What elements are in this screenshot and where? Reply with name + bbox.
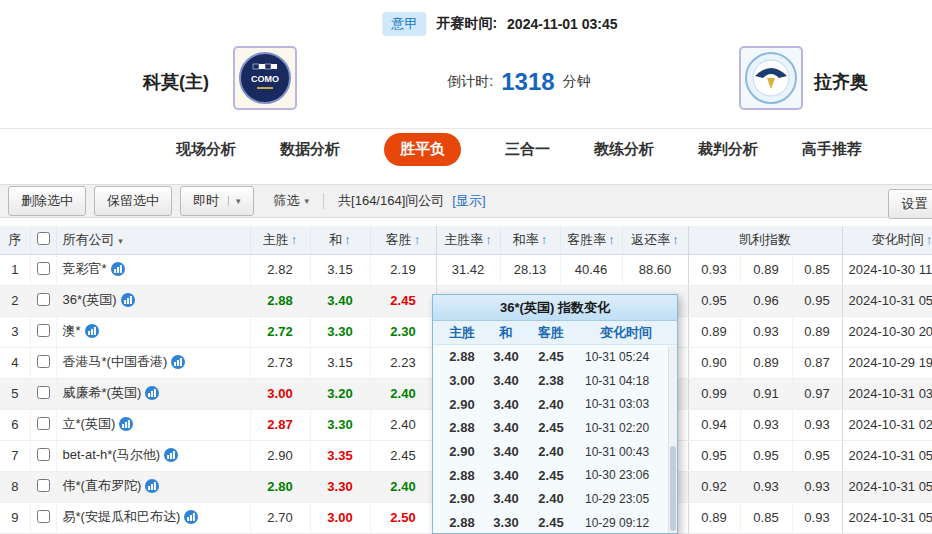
keep-selected-button[interactable]: 保留选中 bbox=[94, 186, 172, 216]
trend-chart-icon[interactable] bbox=[145, 479, 159, 496]
odds-home[interactable]: 2.70 bbox=[250, 502, 310, 533]
row-checkbox[interactable] bbox=[37, 479, 50, 492]
row-checkbox[interactable] bbox=[37, 386, 50, 399]
odds-draw[interactable]: 3.20 bbox=[310, 378, 370, 409]
trend-chart-icon[interactable] bbox=[119, 417, 133, 434]
odds-draw[interactable]: 3.15 bbox=[310, 254, 370, 285]
filter-dropdown[interactable]: 筛选 ▾ bbox=[274, 192, 310, 210]
company-name[interactable]: 威廉希*(英国) bbox=[63, 385, 142, 400]
odds-away[interactable]: 2.40 bbox=[370, 409, 436, 440]
change-time: 2024-10-29 19:32 bbox=[842, 347, 932, 378]
row-select-cell bbox=[30, 409, 56, 440]
popup-draw-odds: 3.40 bbox=[485, 468, 527, 483]
odds-draw[interactable]: 3.35 bbox=[310, 440, 370, 471]
popup-change-time: 10-29 09:12 bbox=[575, 516, 677, 530]
trend-chart-icon[interactable] bbox=[184, 510, 198, 527]
company-name[interactable]: 易*(安提瓜和巴布达) bbox=[63, 509, 181, 524]
kelly-draw: 0.93 bbox=[740, 471, 792, 502]
col-home-rate[interactable]: 主胜率↑ bbox=[436, 226, 500, 254]
odds-away[interactable]: 2.30 bbox=[370, 316, 436, 347]
odds-home[interactable]: 3.00 bbox=[250, 378, 310, 409]
row-checkbox[interactable] bbox=[37, 324, 50, 337]
col-away-rate[interactable]: 客胜率↑ bbox=[560, 226, 622, 254]
league-badge[interactable]: 意甲 bbox=[382, 12, 426, 36]
trend-chart-icon[interactable] bbox=[121, 293, 135, 310]
odds-home[interactable]: 2.82 bbox=[250, 254, 310, 285]
sort-asc-icon: ↑ bbox=[291, 232, 298, 247]
odds-home[interactable]: 2.72 bbox=[250, 316, 310, 347]
odds-draw[interactable]: 3.30 bbox=[310, 409, 370, 440]
odds-home[interactable]: 2.80 bbox=[250, 471, 310, 502]
kickoff-time: 2024-11-01 03:45 bbox=[507, 16, 618, 32]
col-return-rate[interactable]: 返还率↑ bbox=[622, 226, 688, 254]
odds-away[interactable]: 2.23 bbox=[370, 347, 436, 378]
company-name[interactable]: 伟*(直布罗陀) bbox=[63, 478, 142, 493]
tab-referee-analysis[interactable]: 裁判分析 bbox=[698, 140, 758, 159]
col-home-odds[interactable]: 主胜↑ bbox=[250, 226, 310, 254]
popup-home-odds: 2.88 bbox=[439, 515, 485, 530]
chevron-down-icon: ▾ bbox=[228, 196, 241, 206]
lazio-crest-icon bbox=[744, 51, 798, 105]
odds-draw[interactable]: 3.30 bbox=[310, 316, 370, 347]
odds-home[interactable]: 2.88 bbox=[250, 285, 310, 316]
company-name[interactable]: 立*(英国) bbox=[63, 416, 116, 431]
odds-away[interactable]: 2.40 bbox=[370, 471, 436, 502]
col-draw-rate[interactable]: 和率↑ bbox=[500, 226, 560, 254]
company-cell: 伟*(直布罗陀) bbox=[56, 471, 250, 502]
delete-selected-button[interactable]: 删除选中 bbox=[8, 186, 86, 216]
popup-away-odds: 2.38 bbox=[527, 373, 575, 388]
tab-three-in-one[interactable]: 三合一 bbox=[505, 140, 550, 159]
odds-draw[interactable]: 3.30 bbox=[310, 471, 370, 502]
filter-label: 筛选 bbox=[274, 192, 300, 210]
col-company[interactable]: 所有公司 ▾ bbox=[56, 226, 250, 254]
company-name[interactable]: 香港马*(中国香港) bbox=[63, 354, 168, 369]
scrollbar-thumb[interactable] bbox=[670, 446, 676, 531]
kelly-home: 0.89 bbox=[688, 316, 740, 347]
settings-button[interactable]: 设置 ▾ bbox=[888, 189, 932, 219]
tab-expert-picks[interactable]: 高手推荐 bbox=[802, 140, 862, 159]
row-checkbox[interactable] bbox=[37, 448, 50, 461]
company-name[interactable]: bet-at-h*(马尔他) bbox=[63, 447, 161, 462]
odds-away[interactable]: 2.45 bbox=[370, 285, 436, 316]
odds-home[interactable]: 2.73 bbox=[250, 347, 310, 378]
trend-chart-icon[interactable] bbox=[171, 355, 185, 372]
row-select-cell bbox=[30, 285, 56, 316]
col-away-odds[interactable]: 客胜↑ bbox=[370, 226, 436, 254]
odds-draw[interactable]: 3.15 bbox=[310, 347, 370, 378]
odds-away[interactable]: 2.19 bbox=[370, 254, 436, 285]
row-checkbox[interactable] bbox=[37, 510, 50, 523]
trend-chart-icon[interactable] bbox=[145, 386, 159, 403]
company-name[interactable]: 36*(英国) bbox=[63, 292, 117, 307]
trend-chart-icon[interactable] bbox=[85, 324, 99, 341]
odds-away[interactable]: 2.45 bbox=[370, 440, 436, 471]
tab-coach-analysis[interactable]: 教练分析 bbox=[594, 140, 654, 159]
company-name[interactable]: 澳* bbox=[63, 323, 81, 338]
trend-chart-icon[interactable] bbox=[164, 448, 178, 465]
col-change-time[interactable]: 变化时间↑ bbox=[842, 226, 932, 254]
select-all-checkbox[interactable] bbox=[37, 232, 50, 245]
popup-scrollbar[interactable] bbox=[668, 346, 677, 533]
row-checkbox[interactable] bbox=[37, 417, 50, 430]
tab-live-analysis[interactable]: 现场分析 bbox=[176, 140, 236, 159]
company-name[interactable]: 竞彩官* bbox=[63, 261, 107, 276]
col-draw-odds[interactable]: 和↑ bbox=[310, 226, 370, 254]
row-checkbox[interactable] bbox=[37, 262, 50, 275]
trend-chart-icon[interactable] bbox=[111, 262, 125, 279]
odds-home[interactable]: 2.87 bbox=[250, 409, 310, 440]
tab-win-draw-lose[interactable]: 胜平负 bbox=[384, 133, 461, 166]
table-header-row: 序 所有公司 ▾ 主胜↑ 和↑ 客胜↑ 主胜率↑ 和率↑ 客胜率↑ 返还率↑ 凯… bbox=[0, 226, 932, 254]
row-index: 2 bbox=[0, 285, 30, 316]
odds-away[interactable]: 2.40 bbox=[370, 378, 436, 409]
odds-home[interactable]: 2.90 bbox=[250, 440, 310, 471]
odds-draw[interactable]: 3.00 bbox=[310, 502, 370, 533]
popup-home-odds: 2.88 bbox=[439, 420, 485, 435]
odds-draw[interactable]: 3.40 bbox=[310, 285, 370, 316]
row-checkbox[interactable] bbox=[37, 355, 50, 368]
row-checkbox[interactable] bbox=[37, 293, 50, 306]
show-link[interactable]: [显示] bbox=[452, 192, 485, 210]
odds-away[interactable]: 2.50 bbox=[370, 502, 436, 533]
col-select bbox=[30, 226, 56, 254]
popup-away-odds: 2.45 bbox=[527, 515, 575, 530]
tab-data-analysis[interactable]: 数据分析 bbox=[280, 140, 340, 159]
realtime-dropdown[interactable]: 即时 ▾ bbox=[180, 186, 254, 216]
